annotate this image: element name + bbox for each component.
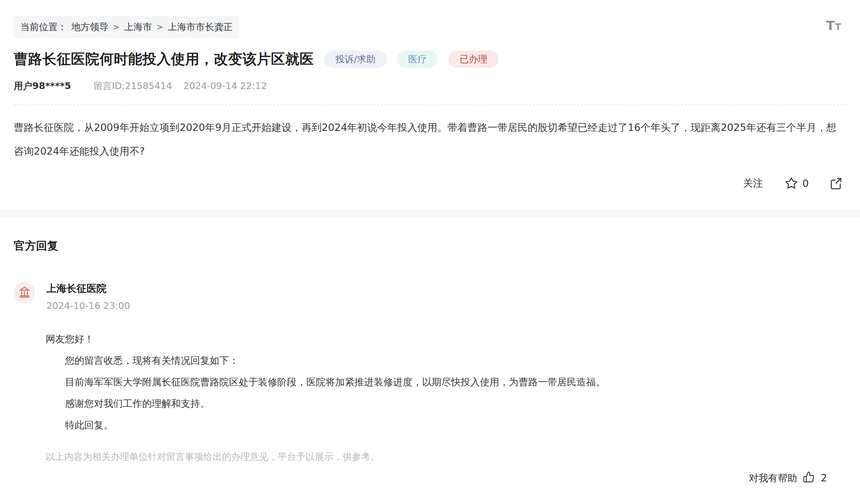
message-id: 留言ID:21585414 [93, 80, 172, 92]
reply-disclaimer: 以上内容为相关办理单位针对留言事项给出的办理意见，平台予以展示，供参考。 [46, 451, 846, 463]
follow-button[interactable]: 关注 [743, 177, 763, 190]
breadcrumb-separator: > [113, 22, 120, 32]
font-size-toggle-icon[interactable]: TT [826, 18, 841, 33]
tag-complaint-help: 投诉/求助 [324, 50, 387, 68]
message-actions: 关注 0 [0, 177, 842, 190]
reply-header: 上海长征医院 2024-10-16 23:00 [14, 282, 846, 311]
breadcrumb-prefix: 当前位置： [20, 21, 67, 33]
section-divider [0, 209, 860, 218]
reply-org-block: 上海长征医院 2024-10-16 23:00 [46, 282, 130, 311]
reply-paragraph: 网友您好！ [46, 328, 831, 350]
reply-paragraph: 感谢您对我们工作的理解和支持。 [46, 393, 831, 414]
message-author: 用户98****5 [14, 80, 71, 92]
tag-medical: 医疗 [397, 50, 438, 68]
status-badge-handled: 已办理 [448, 50, 498, 68]
reply-timestamp: 2024-10-16 23:00 [46, 300, 130, 311]
reply-paragraph: 您的留言收悉，现将有关情况回复如下： [46, 350, 831, 371]
favorite-count: 0 [802, 178, 809, 189]
reply-org-name[interactable]: 上海长征医院 [46, 282, 130, 295]
breadcrumb-link-shanghai[interactable]: 上海市 [124, 21, 152, 33]
helpful-count: 2 [821, 472, 827, 484]
top-row: 当前位置： 地方领导 > 上海市 > 上海市市长龚正 TT [14, 16, 841, 38]
message-body: 曹路长征医院，从2009年开始立项到2020年9月正式开始建设，再到2024年初… [14, 116, 846, 163]
share-button[interactable] [829, 177, 842, 190]
org-avatar[interactable] [14, 282, 35, 303]
thumbs-up-icon [803, 474, 815, 485]
breadcrumb-link-mayor[interactable]: 上海市市长龚正 [168, 21, 233, 33]
reply-paragraph: 特此回复。 [46, 414, 831, 436]
thumbs-up-button[interactable] [803, 471, 815, 485]
favorite-button[interactable]: 0 [785, 177, 809, 190]
breadcrumb-separator: > [156, 22, 163, 32]
title-row: 曹路长征医院何时能投入使用，改变该片区就医 投诉/求助 医疗 已办理 [14, 50, 846, 69]
breadcrumb-link-local-leaders[interactable]: 地方领导 [71, 21, 108, 33]
reply-paragraph: 目前海军军医大学附属长征医院曹路院区处于装修阶段，医院将加紧推进装修进度，以期尽… [46, 371, 831, 393]
helpful-row: 对我有帮助 2 [14, 471, 827, 485]
message-meta: 用户98****5 留言ID:21585414 2024-09-14 22:12 [14, 80, 846, 105]
helpful-label: 对我有帮助 [749, 472, 797, 485]
bank-icon [18, 285, 31, 300]
star-icon [785, 177, 798, 190]
message-timestamp: 2024-09-14 22:12 [183, 80, 267, 91]
page-title: 曹路长征医院何时能投入使用，改变该片区就医 [14, 50, 314, 69]
official-reply-item: 上海长征医院 2024-10-16 23:00 网友您好！ 您的留言收悉，现将有… [14, 282, 846, 485]
share-icon [829, 177, 842, 190]
official-reply-heading: 官方回复 [14, 238, 846, 254]
reply-body: 网友您好！ 您的留言收悉，现将有关情况回复如下： 目前海军军医大学附属长征医院曹… [46, 328, 831, 436]
breadcrumb: 当前位置： 地方领导 > 上海市 > 上海市市长龚正 [14, 16, 239, 38]
